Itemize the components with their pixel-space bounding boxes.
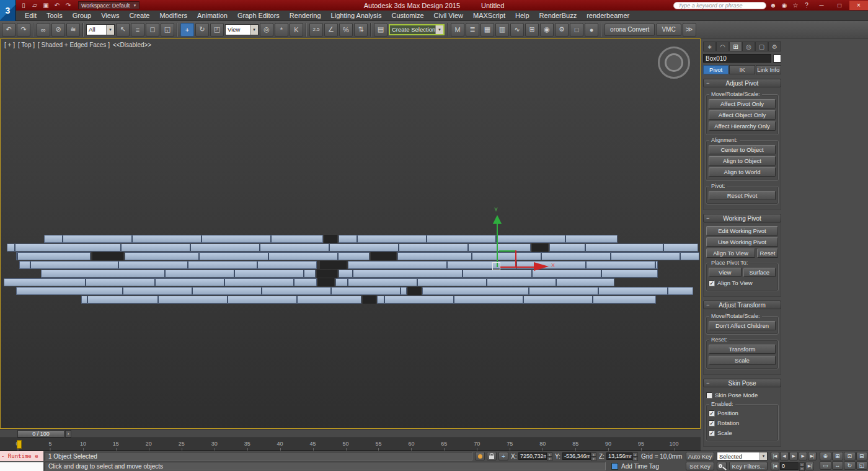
tab-motion-icon[interactable]: ◎ [742,42,755,51]
rollout-header-adjust-transform[interactable]: −Adjust Transform [703,301,781,309]
menu-create[interactable]: Create [124,11,154,20]
set-key-button[interactable]: Set Key [686,462,714,470]
menu-renderbuzz[interactable]: RenderBuzz [534,11,582,20]
align-to-object-button[interactable]: Align to Object [709,156,776,165]
object-name-field[interactable]: Box010 [703,54,771,63]
workspace-dropdown[interactable]: Workspace: Default ▼ [78,1,140,9]
sign-in-icon[interactable]: ☻ [768,1,778,10]
viewport-label-segment-shaded-edged-faces[interactable]: [ Shaded + Edged Faces ] [38,42,110,48]
x-spinner[interactable]: ▲▼ [547,452,552,460]
keyboard-shortcut-override-icon[interactable]: K [290,23,303,37]
y-coordinate-field[interactable]: -536,346mm [562,452,591,460]
time-slider-next-nub[interactable]: › [65,430,71,438]
auto-key-button[interactable]: Auto Key [686,452,714,460]
ruler-tick-45[interactable]: 45 [310,441,316,447]
floor-plank[interactable] [335,278,614,286]
ruler-tick-15[interactable]: 15 [113,441,119,447]
frame-spinner[interactable]: ▲▼ [799,462,805,470]
reset-button[interactable]: Reset [757,249,778,258]
ruler-tick-80[interactable]: 80 [539,441,546,447]
x-coordinate-field[interactable]: 7250,732mm [518,452,547,460]
menu-modifiers[interactable]: Modifiers [154,11,192,20]
favorites-star-icon[interactable]: ☆ [790,1,800,10]
reset-pivot-button[interactable]: Reset Pivot [709,191,776,200]
schematic-view-icon[interactable]: ⊞ [525,23,539,37]
floor-plank[interactable] [81,296,361,304]
floor-plank[interactable] [4,278,317,286]
floor-plank[interactable] [348,261,658,269]
floor-plank[interactable] [16,287,407,295]
goto-end-button[interactable]: ▶| [808,452,817,460]
time-tag-icon[interactable] [611,463,618,470]
floor-plank[interactable] [422,287,693,295]
time-marker[interactable] [17,440,22,449]
affect-pivot-only-button[interactable]: Affect Pivot Only [709,99,776,108]
use-working-pivot-button[interactable]: Use Working Pivot [706,237,778,247]
pan-view-icon[interactable]: ↔ [832,461,844,470]
align-to-view-checkbox[interactable]: ✓Align To View [709,279,776,287]
z-spinner[interactable]: ▲▼ [632,452,638,460]
select-and-scale-icon[interactable]: ◰ [210,23,224,37]
floor-plank[interactable] [549,244,698,252]
mirror-icon[interactable]: M [451,23,464,37]
viewport-top[interactable]: [ + ][ Top ][ Shaded + Edged Faces ]<<Di… [0,38,701,429]
community-icon[interactable]: ◉ [779,1,789,10]
viewport-label-segment-top[interactable]: [ Top ] [18,42,35,48]
gizmo-y-axis[interactable] [497,224,498,267]
new-scene-icon[interactable]: ▯ [19,1,29,10]
unlink-selection-icon[interactable]: ⊘ [51,23,65,37]
view-button[interactable]: View [709,268,742,277]
don-t-affect-children-button[interactable]: Don't Affect Children [709,321,776,330]
zoom-region-icon[interactable]: ▭ [820,461,831,470]
selection-filter-dropdown[interactable]: All▼ [86,24,115,35]
maxscript-listener-output[interactable]: - Runtime e [0,451,43,461]
menu-civil-view[interactable]: Civil View [429,11,468,20]
select-and-manipulate-icon[interactable]: * [275,23,288,37]
rendered-frame-window-icon[interactable]: □ [570,23,583,37]
affect-object-only-button[interactable]: Affect Object Only [709,110,776,120]
ruler-tick-60[interactable]: 60 [408,441,414,447]
scale-button[interactable]: Scale [709,356,776,365]
tab-modify-icon[interactable]: ◠ [716,42,729,51]
affect-hierarchy-only-button[interactable]: Affect Hierarchy Only [709,121,776,131]
key-filters-button[interactable]: Key Filters... [729,462,768,470]
isolate-selection-icon[interactable] [475,452,485,460]
tab-display-icon[interactable]: ▢ [755,42,768,51]
corona-convert-button[interactable]: orona Convert [604,24,655,36]
next-key-button[interactable]: ▶| [805,462,814,470]
viewport-label-segment-[interactable]: [ + ] [4,42,15,48]
spinner-snap-icon[interactable]: ⇅ [354,23,368,37]
menu-edit[interactable]: Edit [20,11,42,20]
ruler-tick-30[interactable]: 30 [211,441,218,447]
align-to-world-button[interactable]: Align to World [709,167,776,177]
menu-group[interactable]: Group [68,11,97,20]
time-slider-handle[interactable]: 0 / 100 [17,430,64,438]
orbit-icon[interactable]: ↻ [844,461,856,470]
prev-frame-button[interactable]: ◀ [780,452,789,460]
redo-icon[interactable]: ↷ [63,1,73,10]
select-and-rotate-icon[interactable]: ↻ [195,23,209,37]
floor-plank[interactable] [16,252,91,260]
open-file-icon[interactable]: ▱ [30,1,40,10]
ruler-tick-100[interactable]: 100 [669,441,678,447]
object-color-swatch[interactable] [773,55,781,63]
named-selection-sets-dropdown[interactable]: Create Selection Se▼ [389,24,445,35]
add-time-tag-label[interactable]: Add Time Tag [621,463,659,470]
redo-icon[interactable]: ↷ [17,23,30,37]
absolute-offset-mode-icon[interactable]: + [498,452,508,460]
floor-plank[interactable] [377,296,656,304]
ruler-tick-65[interactable]: 65 [441,441,447,447]
z-coordinate-field[interactable]: 13,156mm [606,452,632,460]
select-by-name-icon[interactable]: ≡ [131,23,144,37]
subtab-pivot[interactable]: Pivot [703,65,728,74]
tab-hierarchy-icon[interactable]: ⊞ [729,42,742,51]
layer-manager-icon[interactable]: ▦ [480,23,494,37]
render-production-icon[interactable]: ● [585,23,598,37]
menu-tools[interactable]: Tools [42,11,68,20]
gizmo-plane-handle-green[interactable] [499,250,516,252]
close-button[interactable]: × [849,1,868,10]
vmc-button[interactable]: VMC [656,24,681,36]
ruler-tick-10[interactable]: 10 [80,441,86,447]
zoom-extents-icon[interactable]: ⊡ [844,452,856,460]
menu-renderbeamer[interactable]: renderbeamer [582,11,634,20]
